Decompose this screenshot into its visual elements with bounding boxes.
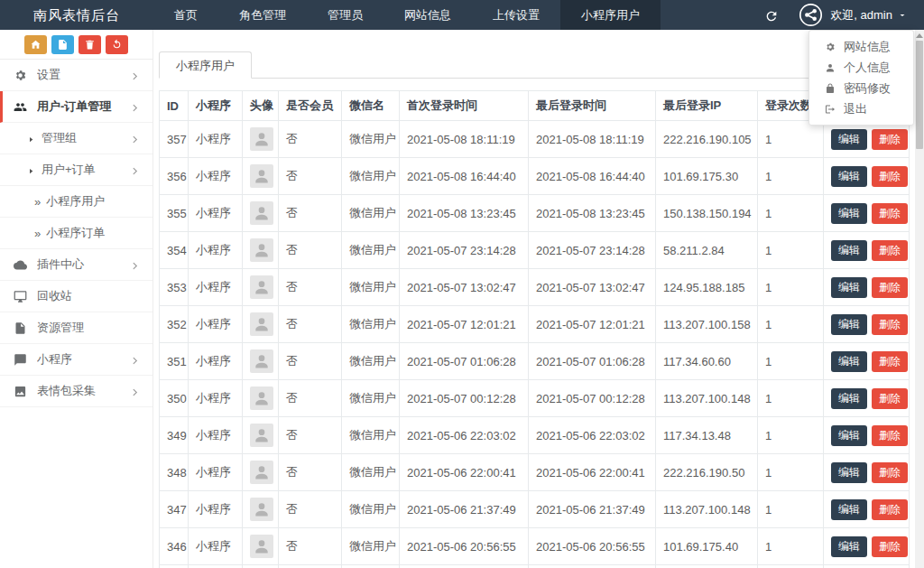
- cell-wechat-name: 微信用户: [342, 491, 400, 528]
- nav-item[interactable]: 小程序用户: [560, 0, 661, 30]
- scrollbar-up-arrow[interactable]: [916, 33, 923, 38]
- delete-button[interactable]: 删除: [872, 203, 908, 224]
- scrollbar-thumb[interactable]: [916, 41, 923, 149]
- delete-button[interactable]: 删除: [872, 129, 908, 150]
- table-row: 356小程序否微信用户2021-05-08 16:44:402021-05-08…: [160, 158, 910, 195]
- nav-item[interactable]: 首页: [153, 0, 218, 30]
- edit-button[interactable]: 编辑: [831, 203, 867, 224]
- desktop-icon: [14, 290, 27, 303]
- cell-last-ip: 150.138.150.194: [656, 195, 758, 232]
- main-content: 小程序用户 ID小程序头像是否会员微信名首次登录时间最后登录时间最后登录IP登录…: [153, 30, 915, 568]
- cell-last-login: 2021-05-06 21:37:49: [529, 491, 656, 528]
- home-button[interactable]: [24, 35, 47, 54]
- cell-app: 小程序: [189, 454, 243, 491]
- edit-button[interactable]: 编辑: [831, 388, 867, 409]
- edit-button[interactable]: 编辑: [831, 462, 867, 483]
- cell-actions: 编辑删除: [824, 232, 910, 269]
- cell-avatar: [243, 380, 279, 417]
- cell-last-login: 2021-05-07 00:12:28: [529, 380, 656, 417]
- welcome-text[interactable]: 欢迎, admin: [830, 7, 892, 23]
- trash-icon: [84, 39, 96, 51]
- sidebar-item[interactable]: 回收站: [0, 281, 152, 312]
- cell-id: 350: [160, 380, 189, 417]
- cell-avatar: [243, 195, 279, 232]
- dropdown-item[interactable]: 退出: [809, 98, 913, 119]
- delete-button[interactable]: 删除: [872, 536, 908, 557]
- cell-login-count: 1: [758, 491, 824, 528]
- edit-button[interactable]: 编辑: [831, 499, 867, 520]
- cell-actions: 编辑删除: [824, 121, 910, 158]
- cell-wechat-name: 微信用户: [342, 380, 400, 417]
- edit-button[interactable]: 编辑: [831, 536, 867, 557]
- cell-last-login: 2021-05-08 18:11:19: [529, 121, 656, 158]
- dropdown-item[interactable]: 密码修改: [809, 78, 913, 98]
- cell-wechat-name: 微信用户: [342, 158, 400, 195]
- delete-button[interactable]: 删除: [872, 240, 908, 261]
- cell-last-login: 2021-05-06 22:03:02: [529, 417, 656, 454]
- sidebar-item-label: 设置: [37, 67, 130, 83]
- cell-id: 352: [160, 306, 189, 343]
- delete-button[interactable]: 删除: [872, 499, 908, 520]
- avatar-placeholder: [250, 424, 273, 447]
- sidebar-item-label: 资源管理: [37, 320, 140, 336]
- sidebar-item[interactable]: 管理组: [0, 123, 152, 154]
- refresh-icon[interactable]: [764, 8, 779, 23]
- delete-button[interactable]: 删除: [872, 314, 908, 335]
- chevron-right-icon-wrap: [130, 100, 140, 114]
- nav-item[interactable]: 管理员: [307, 0, 383, 30]
- cell-first-login: 2021-05-07 12:01:21: [400, 306, 529, 343]
- dropdown-item[interactable]: 个人信息: [809, 57, 913, 78]
- delete-button[interactable]: 删除: [872, 425, 908, 446]
- delete-button[interactable]: 删除: [872, 351, 908, 372]
- avatar-placeholder: [250, 461, 273, 484]
- person-icon: [253, 167, 271, 185]
- trash-button[interactable]: [79, 35, 101, 54]
- cell-wechat-name: 微信用户: [342, 232, 400, 269]
- table-row: 351小程序否微信用户2021-05-07 01:06:282021-05-07…: [160, 343, 910, 380]
- nav-item[interactable]: 网站信息: [383, 0, 472, 30]
- cell-last-login: 2021-05-07 01:06:28: [529, 343, 656, 380]
- edit-button[interactable]: 编辑: [831, 351, 867, 372]
- sidebar-item[interactable]: 小程序: [0, 344, 152, 376]
- edit-button[interactable]: 编辑: [831, 425, 867, 446]
- sidebar-item[interactable]: 用户+订单: [0, 154, 152, 186]
- delete-button[interactable]: 删除: [872, 277, 908, 298]
- cell-first-login: 2021-05-06 22:00:41: [400, 454, 529, 491]
- sidebar-item[interactable]: 用户-订单管理: [0, 91, 152, 123]
- sidebar-item[interactable]: »小程序用户: [0, 186, 152, 218]
- scrollbar[interactable]: [915, 30, 924, 568]
- nav-item[interactable]: 上传设置: [472, 0, 560, 30]
- cell-id: 355: [160, 195, 189, 232]
- edit-button[interactable]: 编辑: [831, 166, 867, 187]
- edit-button[interactable]: 编辑: [831, 240, 867, 261]
- dropdown-item-label: 退出: [844, 101, 867, 117]
- cell-app: 小程序: [189, 195, 243, 232]
- recycle-button[interactable]: [106, 35, 128, 54]
- sidebar-item[interactable]: 设置: [0, 60, 152, 91]
- signout-icon-wrap: [825, 104, 837, 115]
- cell-last-ip: 113.207.100.148: [656, 380, 758, 417]
- edit-button[interactable]: 编辑: [831, 129, 867, 150]
- delete-button[interactable]: 删除: [872, 388, 908, 409]
- edit-button[interactable]: 编辑: [831, 314, 867, 335]
- sidebar-item[interactable]: 资源管理: [0, 312, 152, 344]
- tab-mini-program-users[interactable]: 小程序用户: [159, 51, 252, 79]
- sidebar-item[interactable]: 表情包采集: [0, 376, 152, 407]
- chev-icon: [130, 103, 140, 113]
- table-head: ID小程序头像是否会员微信名首次登录时间最后登录时间最后登录IP登录次数: [160, 91, 910, 121]
- delete-button[interactable]: 删除: [872, 166, 908, 187]
- sidebar-item[interactable]: 插件中心: [0, 249, 152, 281]
- cell-avatar: [243, 417, 279, 454]
- delete-button[interactable]: 删除: [872, 462, 908, 483]
- cell-wechat-name: 微信用户: [342, 565, 400, 568]
- nav-item[interactable]: 角色管理: [218, 0, 307, 30]
- edit-button[interactable]: 编辑: [831, 277, 867, 298]
- sidebar-item[interactable]: »小程序订单: [0, 218, 152, 249]
- user-avatar-icon[interactable]: [799, 3, 823, 27]
- dropdown-item[interactable]: 网站信息: [809, 36, 913, 57]
- person-icon: [253, 389, 271, 407]
- cell-actions: 编辑删除: [824, 417, 910, 454]
- cell-first-login: 2021-05-08 13:23:45: [400, 195, 529, 232]
- file-button[interactable]: [51, 35, 74, 54]
- cell-last-ip: 101.69.175.30: [656, 158, 758, 195]
